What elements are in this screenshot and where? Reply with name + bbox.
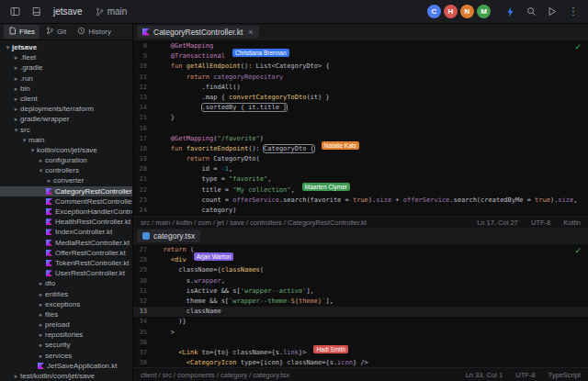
tree-item-client[interactable]: ▸client	[0, 94, 132, 104]
tree-item-controllers[interactable]: ▾controllers	[0, 165, 132, 175]
code-line: 15 }	[133, 113, 588, 123]
code-line-content: type = "favorite",	[153, 174, 271, 185]
tree-item-jetsaveapplication-kt[interactable]: JetSaveApplication.kt	[0, 361, 132, 371]
avatar-N[interactable]: N	[460, 5, 474, 18]
tree-item-label: ExceptionHandlerController	[55, 207, 132, 217]
tree-item-label: services	[45, 351, 72, 361]
tree-item-indexcontroller-kt[interactable]: IndexController.kt	[0, 227, 132, 237]
tree-item-services[interactable]: ▸services	[0, 351, 132, 361]
kotlin-file-icon	[46, 250, 52, 256]
code-line-content: fun favoriteEndpoint(): CategoryDto {Nat…	[153, 144, 359, 154]
files-icon	[8, 27, 17, 37]
search-icon[interactable]	[524, 5, 538, 19]
tree-item-label: .gradle	[20, 62, 42, 73]
tree-item-gradle-wrapper[interactable]: ▸gradle/wrapper	[0, 114, 132, 124]
editor-pane-kotlin: CategoryRestController.kt × ✓ 8 @GetMapp…	[133, 24, 588, 228]
tab-category-tsx[interactable]: category.tsx	[137, 230, 200, 242]
tree-item-label: converter	[53, 175, 84, 185]
line-number: 13	[133, 93, 153, 103]
code-line-content: .sortedBy { it.title }	[153, 103, 287, 113]
collaborator-badge: Natalie Kats	[322, 141, 359, 150]
run-icon[interactable]	[545, 5, 560, 19]
tree-item-test-kotlin-com-jet-save[interactable]: ▸test/kotlin/com/jet/save	[0, 371, 132, 381]
code-line: 29 className={classNames(	[133, 265, 588, 275]
tree-item-label: jetsave	[12, 42, 37, 52]
collaborator-badge: Arjan Warton	[194, 252, 234, 261]
tree-item-security[interactable]: ▸security	[0, 340, 132, 350]
code-line: 31 isActive && s['wrapper--active'],	[133, 286, 588, 297]
tab-categoryrestcontroller-kt[interactable]: CategoryRestController.kt ×	[137, 26, 259, 39]
tree-item-main[interactable]: ▾main	[0, 135, 132, 145]
code-line: 12 .findAll()	[133, 83, 588, 93]
tree-item-commentrestcontroller-kt[interactable]: CommentRestController.kt	[0, 196, 132, 207]
sidebar-tab-bar: Files Git History	[0, 24, 132, 40]
tree-item--run[interactable]: ▸.run	[0, 73, 132, 84]
tree-item-label: kotlin/com/jet/save	[37, 145, 97, 155]
tree-item-categoryrestcontroller-kt[interactable]: CategoryRestController.kt	[0, 186, 132, 196]
avatar-H[interactable]: H	[444, 5, 458, 18]
tree-item-files[interactable]: ▸files	[0, 309, 132, 319]
tree-item--fleet[interactable]: ▸.fleet	[0, 52, 132, 62]
status-language[interactable]: TypeScript	[548, 371, 581, 379]
close-icon[interactable]: ×	[248, 28, 253, 37]
line-number: 8	[133, 41, 153, 51]
panels-icon[interactable]	[7, 5, 22, 19]
smart-mode-lightning-icon[interactable]	[503, 5, 517, 19]
status-encoding[interactable]: UTF-8	[515, 371, 535, 379]
status-line-col[interactable]: Ln 17, Col 27	[477, 219, 518, 227]
branch-selector[interactable]: main	[95, 6, 128, 17]
breadcrumb[interactable]: src / main / kotlin / com / jet / save /…	[141, 219, 367, 227]
tree-item-deployments-terraform[interactable]: ▸deployments/terraform	[0, 104, 132, 114]
status-language[interactable]: Kotlin	[563, 219, 581, 227]
code-line-content	[153, 338, 155, 348]
library-icon[interactable]	[28, 5, 43, 19]
tree-item-entities[interactable]: ▸entities	[0, 289, 132, 299]
line-number: 36	[133, 338, 153, 348]
tree-item-label: .run	[20, 73, 33, 84]
tree-item-healthrestcontroller-kt[interactable]: HealthRestController.kt	[0, 217, 132, 227]
tree-item-bin[interactable]: ▸bin	[0, 84, 132, 94]
code-line: 11 return categoryRepository	[133, 73, 588, 83]
tree-item-preload[interactable]: ▸preload	[0, 319, 132, 330]
tree-item-configuration[interactable]: ▸configuration	[0, 155, 132, 165]
tab-git[interactable]: Git	[41, 25, 71, 39]
tree-item-offerrestcontroller-kt[interactable]: OfferRestController.kt	[0, 248, 132, 258]
kotlin-file-icon	[46, 240, 52, 246]
workspace-name[interactable]: jetsave	[53, 6, 83, 17]
tree-item-converter[interactable]: ▸converter	[0, 175, 132, 185]
tree-item-kotlin-com-jet-save[interactable]: ▾kotlin/com/jet/save	[0, 145, 132, 155]
code-health-check-icon[interactable]: ✓	[574, 246, 582, 255]
tab-history[interactable]: History	[73, 25, 116, 39]
tab-files[interactable]: Files	[4, 25, 40, 39]
code-health-check-icon[interactable]: ✓	[574, 42, 582, 51]
tree-item-label: dto	[45, 278, 55, 288]
tree-item-jetsave[interactable]: ▾jetsave	[0, 42, 132, 52]
status-line-col[interactable]: Ln 33, Col 1	[466, 371, 503, 379]
tree-item--gradle[interactable]: ▸.gradle	[0, 62, 132, 73]
tree-item-src[interactable]: ▾src	[0, 125, 132, 135]
breadcrumb[interactable]: client / src / components / category / c…	[141, 371, 289, 379]
line-number: 14	[133, 103, 153, 113]
tree-item-exceptions[interactable]: ▸exceptions	[0, 299, 132, 309]
kotlin-file-icon	[46, 260, 52, 266]
tree-item-repositories[interactable]: ▸repositories	[0, 330, 132, 340]
editor-pane-typescript: category.tsx ✓ 27 return (28 <divArjan W…	[133, 228, 588, 381]
line-number: 23	[133, 196, 153, 206]
chevron-down-icon: ▾	[28, 145, 37, 155]
tree-item-dto[interactable]: ▸dto	[0, 278, 132, 288]
status-encoding[interactable]: UTF-8	[531, 219, 550, 227]
tree-item-exceptionhandlercontroller[interactable]: ExceptionHandlerController	[0, 207, 132, 217]
tab-history-label: History	[88, 28, 111, 36]
line-number: 18	[133, 144, 153, 154]
code-area[interactable]: ✓ 27 return (28 <divArjan Warton29 class…	[133, 244, 588, 367]
chevron-right-icon: ▸	[12, 52, 20, 62]
avatar-C[interactable]: C	[427, 5, 441, 18]
avatar-M[interactable]: M	[477, 5, 491, 18]
tree-item-label: MediaRestController.kt	[55, 238, 130, 248]
tree-item-userrestcontroller-kt[interactable]: UserRestController.kt	[0, 268, 132, 278]
code-area[interactable]: ✓ 8 @GetMapping9 @TransactionalChristian…	[133, 40, 588, 216]
chevron-right-icon: ▸	[12, 371, 20, 381]
more-menu-icon[interactable]: ⋮	[566, 5, 581, 19]
tree-item-mediarestcontroller-kt[interactable]: MediaRestController.kt	[0, 238, 132, 248]
tree-item-tokenrestcontroller-kt[interactable]: TokenRestController.kt	[0, 258, 132, 268]
